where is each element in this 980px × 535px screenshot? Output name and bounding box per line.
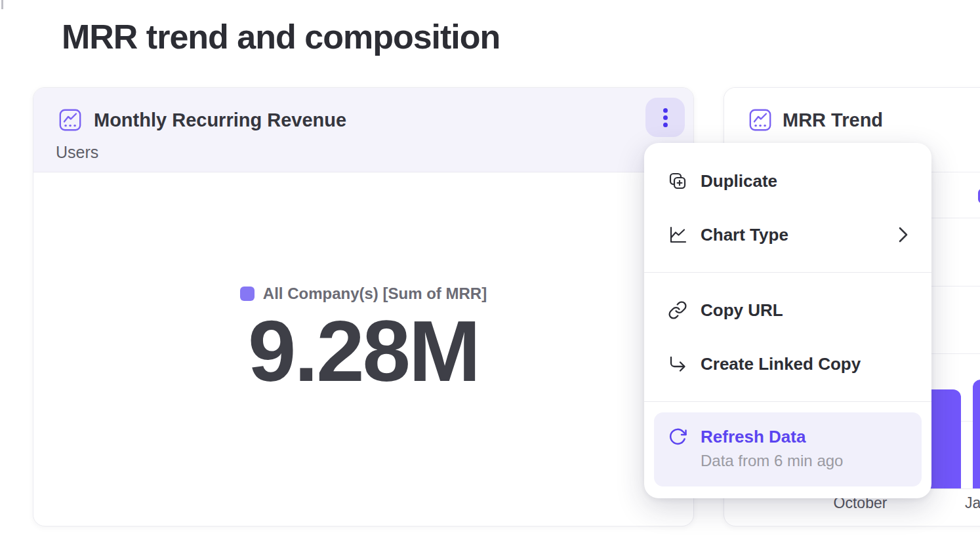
menu-item-duplicate[interactable]: Duplicate	[644, 154, 931, 208]
chart-widget-icon	[748, 108, 773, 132]
kpi-legend: All Company(s) [Sum of MRR]	[240, 285, 487, 303]
legend-label: All Company(s) [Sum of MRR]	[263, 285, 487, 303]
menu-item-create-linked-copy[interactable]: Create Linked Copy	[644, 337, 931, 391]
menu-item-label: Chart Type	[701, 225, 788, 245]
x-axis-label-january: Ja	[965, 494, 980, 512]
menu-divider	[644, 272, 931, 273]
chart-widget-icon	[58, 108, 83, 132]
card-context-menu: Duplicate Chart Type	[644, 143, 931, 498]
mrr-card-subtitle: Users	[56, 142, 98, 163]
legend-swatch	[240, 287, 255, 301]
page-title: MRR trend and composition	[62, 18, 500, 55]
card-options-button[interactable]	[645, 98, 685, 137]
menu-item-label: Refresh Data	[701, 425, 843, 448]
kpi-block: All Company(s) [Sum of MRR] 9.28M	[33, 285, 693, 391]
menu-item-copy-url[interactable]: Copy URL	[644, 283, 931, 337]
mrr-card-header: Monthly Recurring Revenue Users	[33, 88, 693, 172]
menu-divider	[644, 401, 931, 402]
menu-item-label: Copy URL	[701, 300, 783, 321]
chevron-right-icon	[899, 226, 908, 243]
menu-item-label: Create Linked Copy	[701, 354, 861, 374]
kebab-menu-icon	[663, 108, 668, 127]
corner-down-right-icon	[668, 354, 687, 374]
menu-item-chart-type[interactable]: Chart Type	[644, 208, 931, 262]
page-edge-artifact	[1, 0, 3, 9]
link-icon	[668, 300, 687, 320]
mrr-card-title: Monthly Recurring Revenue	[94, 107, 346, 133]
refresh-icon	[668, 427, 687, 446]
menu-item-refresh-data[interactable]: Refresh Data Data from 6 min ago	[654, 412, 922, 486]
bar-january	[973, 380, 980, 488]
mrr-trend-card-title: MRR Trend	[783, 107, 883, 133]
dashboard-page: MRR trend and composition MRR Trend Octo…	[0, 0, 980, 535]
kpi-value: 9.28M	[248, 312, 479, 391]
chart-type-icon	[668, 225, 687, 245]
refresh-data-age: Data from 6 min ago	[701, 448, 843, 473]
duplicate-icon	[668, 171, 687, 191]
monthly-recurring-revenue-card: Monthly Recurring Revenue Users All Comp…	[33, 87, 694, 526]
menu-item-label: Duplicate	[701, 171, 777, 191]
